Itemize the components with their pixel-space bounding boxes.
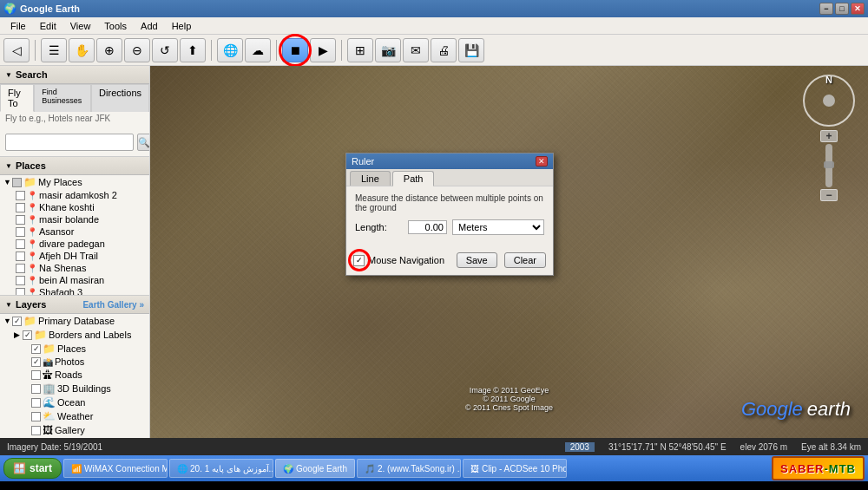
taskbar-item-taksong[interactable]: 🎵 2. (www.TakSong.ir) ... [357,459,461,478]
toolbar-btn-sidebar[interactable]: ☰ [41,38,67,62]
menu-edit[interactable]: Edit [33,19,63,33]
tree-item-masir[interactable]: 📍 masir adamkosh 2 [0,189,149,201]
toolbar-btn-north[interactable]: ⬆ [180,38,206,62]
checkbox-na[interactable] [16,264,25,273]
tree-item-afjeh[interactable]: 📍 Afjeh DH Trail [0,250,149,262]
ruler-dialog-close[interactable]: ✕ [536,156,548,167]
layer-3d-label: 3D Buildings [57,383,111,394]
tree-item-bein[interactable]: 📍 bein Al masiran [0,274,149,286]
toolbar-btn-save-image[interactable]: 💾 [458,38,484,62]
taskbar-item-wimax[interactable]: 📶 WiMAX Connection M... [63,459,168,478]
minimize-button[interactable]: − [819,3,833,15]
checkbox-my-places[interactable] [12,178,22,187]
checkbox-primary-db[interactable] [12,317,22,326]
earth-gallery-button[interactable]: Earth Gallery » [82,300,144,310]
layer-3d-buildings[interactable]: 🏢 3D Buildings [0,382,149,395]
zoom-out-nav-button[interactable]: − [820,189,838,201]
tab-fly-to[interactable]: Fly To [0,84,34,112]
search-go-button[interactable]: 🔍 [137,134,150,151]
tree-item-masir-bolande[interactable]: 📍 masir bolande [0,213,149,225]
checkbox-borders[interactable] [23,330,32,340]
checkbox-masir[interactable] [16,191,25,200]
menu-add[interactable]: Add [134,19,165,33]
search-header[interactable]: ▼ Search [0,66,149,84]
toolbar-btn-tilt[interactable]: ↺ [152,38,178,62]
toolbar-btn-email[interactable]: ✉ [403,38,429,62]
menu-help[interactable]: Help [165,19,199,33]
layer-gallery[interactable]: 🖼 Gallery [0,423,149,437]
checkbox-gallery[interactable] [31,426,41,435]
checkbox-asansor[interactable] [16,227,25,237]
tab-find-businesses[interactable]: Find Businesses [34,84,91,112]
checkbox-places-layer[interactable] [31,344,41,354]
browser-label: 20. آموزش های پایه 1... [190,464,273,474]
tree-item-shafagh[interactable]: 📍 Shafagh 3 [0,286,149,295]
tree-item-my-places[interactable]: ▼ 📁 My Places [0,175,149,189]
checkbox-bein[interactable] [16,276,25,285]
taskbar-item-ge[interactable]: 🌍 Google Earth [275,459,355,478]
checkbox-shafagh[interactable] [16,288,25,296]
tree-item-asansor[interactable]: 📍 Asansor [0,225,149,238]
checkbox-ocean[interactable] [31,398,41,408]
compass-north-label: N [825,75,832,85]
pin-na: 📍 [27,264,37,273]
acd-icon: 🖼 [470,464,479,474]
ruler-tab-path[interactable]: Path [392,171,435,186]
toolbar-btn-pan[interactable]: ✋ [69,38,95,62]
tree-item-khane[interactable]: 📍 Khane koshti [0,201,149,213]
menu-tools[interactable]: Tools [97,19,134,33]
layer-photos[interactable]: 📸 Photos [0,356,149,368]
zoom-slider-thumb[interactable] [824,161,834,168]
ruler-unit-select[interactable]: Meters Kilometers Miles Feet [452,219,544,235]
layer-ocean[interactable]: 🌊 Ocean [0,395,149,409]
toolbar-btn-play[interactable]: ▶ [310,38,336,62]
checkbox-divare[interactable] [16,239,25,249]
checkbox-khane[interactable] [16,203,25,212]
toolbar-btn-print[interactable]: 🖨 [431,38,457,62]
zoom-slider[interactable] [825,144,832,187]
menu-file[interactable]: File [3,19,33,33]
toolbar-btn-back[interactable]: ◁ [3,38,30,62]
ruler-tab-line[interactable]: Line [350,171,391,186]
close-button[interactable]: ✕ [851,3,865,15]
tree-item-na-shenas[interactable]: 📍 Na Shenas [0,262,149,274]
ruler-clear-button[interactable]: Clear [504,252,546,268]
start-button[interactable]: 🪟 start [3,458,62,479]
map-area[interactable]: N + − Image © 2011 GeoEye © 2011 Google … [150,66,868,438]
checkbox-photos-layer[interactable] [31,357,41,367]
ruler-dialog-body: Measure the distance between multiple po… [346,186,553,249]
toolbar-btn-record-tour[interactable]: ⏹ [282,38,308,62]
toolbar-btn-sky[interactable]: ☁ [245,38,271,62]
taksong-icon: 🎵 [365,464,375,474]
checkbox-afjeh[interactable] [16,252,25,261]
toolbar-btn-zoom-out[interactable]: ⊖ [124,38,150,62]
checkbox-weather[interactable] [31,412,41,421]
zoom-in-nav-button[interactable]: + [820,130,838,142]
layer-global[interactable]: 🌐 Global Awareness [0,437,149,438]
checkbox-masir-b[interactable] [16,215,25,225]
layer-places[interactable]: 📁 Places [0,342,149,356]
layer-primary-db[interactable]: ▼ 📁 Primary Database [0,314,149,328]
taskbar-item-acd[interactable]: 🖼 Clip - ACDSee 10 Pho... [463,459,567,478]
toolbar-btn-earth[interactable]: 🌐 [217,38,243,62]
maximize-button[interactable]: □ [835,3,849,15]
tree-item-divare[interactable]: 📍 divare padegan [0,238,149,250]
checkbox-roads-layer[interactable] [31,370,41,380]
ruler-save-button[interactable]: Save [457,252,497,268]
mouse-nav-checkbox[interactable] [353,255,365,266]
search-input[interactable] [5,134,134,151]
toolbar-btn-zoom-in[interactable]: ⊕ [96,38,122,62]
compass-ring[interactable]: N [803,75,855,127]
pin-khane: 📍 [27,203,37,212]
toolbar-btn-grid[interactable]: ⊞ [347,38,373,62]
taskbar-item-browser[interactable]: 🌐 20. آموزش های پایه 1... [169,459,273,478]
toolbar-btn-photo[interactable]: 📷 [375,38,401,62]
tab-directions[interactable]: Directions [91,84,149,112]
places-section[interactable]: ▼ Places ▼ 📁 My Places 📍 masir adamkosh … [0,157,149,295]
layer-borders[interactable]: ▶ 📁 Borders and Labels [0,328,149,342]
layer-weather[interactable]: ⛅ Weather [0,409,149,423]
menu-view[interactable]: View [63,19,98,33]
places-header[interactable]: ▼ Places [0,157,149,175]
layer-roads[interactable]: 🛣 Roads [0,368,149,382]
checkbox-3d-buildings[interactable] [31,384,41,394]
